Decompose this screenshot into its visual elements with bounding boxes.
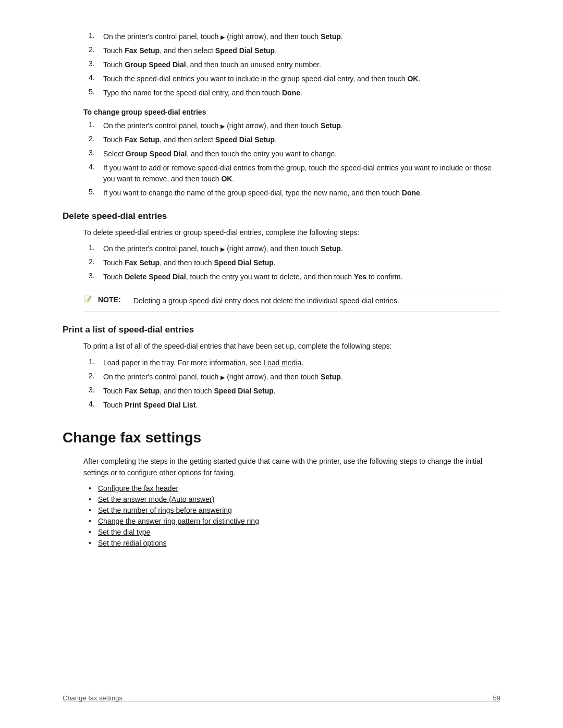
list-num: 1. [89, 243, 103, 254]
list-item: 1. Load paper in the tray. For more info… [83, 357, 500, 368]
distinctive-ring-link[interactable]: Change the answer ring pattern for disti… [98, 517, 259, 525]
list-item: 2. On the printer's control panel, touch… [83, 372, 500, 382]
list-content: Touch Fax Setup, and then touch Speed Di… [103, 386, 500, 397]
list-content: If you want to change the name of the gr… [103, 188, 500, 199]
list-num: 2. [89, 45, 103, 56]
list-content: Load paper in the tray. For more informa… [103, 357, 500, 368]
bold-text: Fax Setup [125, 46, 160, 55]
list-content: Touch Print Speed Dial List. [103, 400, 500, 411]
bold-text: Speed Dial Setup [215, 135, 275, 144]
list-item: • Set the answer mode (Auto answer) [83, 495, 500, 503]
list-num: 4. [89, 400, 103, 411]
answer-mode-link[interactable]: Set the answer mode (Auto answer) [98, 495, 214, 503]
arrow-icon: ▶ [221, 246, 225, 252]
bold-text: Speed Dial Setup [215, 46, 275, 55]
bold-text: Group Speed Dial [126, 150, 187, 158]
list-content: On the printer's control panel, touch ▶ … [103, 120, 500, 131]
list-item: • Set the dial type [83, 528, 500, 536]
delete-list: 1. On the printer's control panel, touch… [83, 243, 500, 282]
bold-text: Setup [321, 373, 341, 381]
bullet-icon: • [89, 539, 98, 547]
change-group-list: 1. On the printer's control panel, touch… [83, 120, 500, 199]
print-list: 1. Load paper in the tray. For more info… [83, 357, 500, 411]
bold-text: Yes [354, 273, 366, 281]
bullet-icon: • [89, 517, 98, 525]
bold-text: Fax Setup [125, 387, 160, 395]
list-content: On the printer's control panel, touch ▶ … [103, 243, 500, 254]
bold-text: Fax Setup [125, 258, 160, 267]
bold-text: Speed Dial Setup [214, 387, 273, 395]
bold-text: Group Speed Dial [125, 60, 186, 69]
bullet-icon: • [89, 528, 98, 536]
bold-text: Setup [321, 121, 341, 130]
bold-text: OK [407, 75, 418, 83]
list-item: 1. On the printer's control panel, touch… [83, 31, 500, 42]
list-content: Touch Group Speed Dial, and then touch a… [103, 59, 500, 70]
list-item: 4. Touch Print Speed Dial List. [83, 400, 500, 411]
chapter-section: Change fax settings After completing the… [63, 429, 500, 547]
redial-options-link[interactable]: Set the redial options [98, 539, 167, 547]
bold-text: Done [402, 189, 420, 197]
change-group-block: To change group speed-dial entries 1. On… [63, 108, 500, 199]
list-content: Touch Delete Speed Dial, touch the entry… [103, 272, 500, 282]
list-num: 1. [89, 357, 103, 368]
list-num: 3. [89, 272, 103, 282]
bold-text: Setup [321, 244, 341, 253]
list-item: • Change the answer ring pattern for dis… [83, 517, 500, 525]
bullet-icon: • [89, 506, 98, 514]
footer-divider [63, 701, 500, 702]
footer-left: Change fax settings [63, 694, 123, 702]
list-item: 1. On the printer's control panel, touch… [83, 243, 500, 254]
list-item: • Configure the fax header [83, 484, 500, 492]
bold-text: Delete Speed Dial [125, 273, 186, 281]
list-item: • Set the number of rings before answeri… [83, 506, 500, 514]
list-content: Touch Fax Setup, and then select Speed D… [103, 45, 500, 56]
bullet-icon: • [89, 495, 98, 503]
footer-right: 59 [493, 694, 500, 702]
delete-content: To delete speed-dial entries or group sp… [63, 227, 500, 312]
list-content: Touch Fax Setup, and then select Speed D… [103, 134, 500, 145]
list-num: 4. [89, 73, 103, 84]
arrow-icon: ▶ [221, 123, 225, 129]
list-num: 5. [89, 188, 103, 199]
delete-heading: Delete speed-dial entries [63, 211, 500, 221]
list-item: • Set the redial options [83, 539, 500, 547]
list-item: 3. Touch Group Speed Dial, and then touc… [83, 59, 500, 70]
list-content: Touch Fax Setup, and then touch Speed Di… [103, 257, 500, 268]
list-content: On the printer's control panel, touch ▶ … [103, 31, 500, 42]
arrow-icon: ▶ [221, 374, 225, 380]
chapter-intro: After completing the steps in the gettin… [83, 455, 500, 479]
list-num: 3. [89, 59, 103, 70]
configure-fax-header-link[interactable]: Configure the fax header [98, 484, 178, 492]
list-num: 3. [89, 149, 103, 159]
note-content: Deleting a group speed-dial entry does n… [133, 295, 500, 306]
note-label: NOTE: [98, 295, 129, 304]
print-content: To print a list of all of the speed-dial… [63, 340, 500, 410]
bullet-links-list: • Configure the fax header • Set the ans… [83, 484, 500, 547]
list-item: 3. Touch Fax Setup, and then touch Speed… [83, 386, 500, 397]
chapter-title: Change fax settings [63, 429, 500, 446]
list-content: Select Group Speed Dial, and then touch … [103, 149, 500, 159]
list-item: 5. If you want to change the name of the… [83, 188, 500, 199]
bold-text: Done [282, 89, 300, 97]
list-item: 3. Touch Delete Speed Dial, touch the en… [83, 272, 500, 282]
dial-type-link[interactable]: Set the dial type [98, 528, 150, 536]
list-item: 2. Touch Fax Setup, and then select Spee… [83, 134, 500, 145]
delete-section: Delete speed-dial entries To delete spee… [63, 211, 500, 312]
rings-before-answering-link[interactable]: Set the number of rings before answering [98, 506, 232, 514]
list-num: 1. [89, 120, 103, 131]
list-num: 3. [89, 386, 103, 397]
print-heading: Print a list of speed-dial entries [63, 325, 500, 335]
note-icon: 📝 [83, 295, 92, 303]
list-item: 4. If you want to add or remove speed-di… [83, 163, 500, 184]
bold-text: Fax Setup [125, 135, 160, 144]
bold-text: Speed Dial Setup [214, 258, 273, 267]
print-intro: To print a list of all of the speed-dial… [83, 340, 500, 352]
list-content: Touch the speed-dial entries you want to… [103, 73, 500, 84]
list-num: 1. [89, 31, 103, 42]
note-box: 📝 NOTE: Deleting a group speed-dial entr… [83, 290, 500, 312]
load-media-link[interactable]: Load media [263, 359, 301, 367]
bold-text: Setup [321, 32, 341, 41]
arrow-icon: ▶ [221, 34, 225, 40]
intro-steps-block: 1. On the printer's control panel, touch… [63, 31, 500, 98]
